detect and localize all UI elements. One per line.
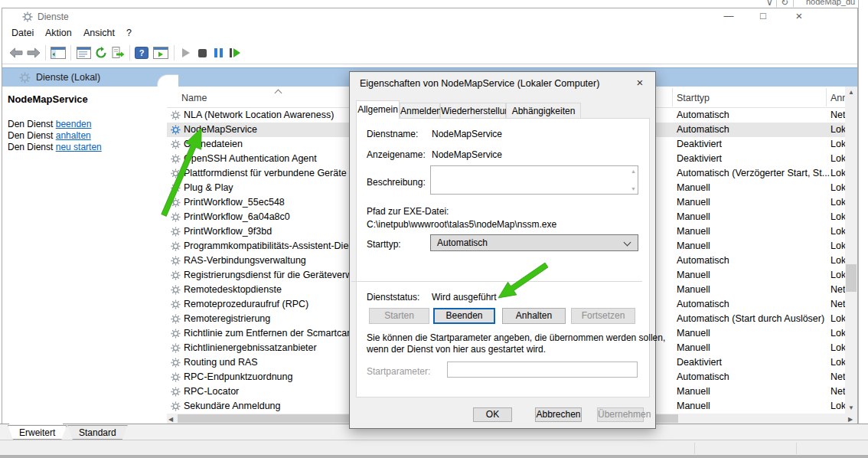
separator [351,281,642,282]
scrollbar-corner[interactable]: ▶ [845,414,857,424]
ok-button[interactable]: OK [473,407,512,422]
service-gear-icon [171,241,181,251]
service-name: RPC-Locator [184,386,239,397]
menu-help[interactable]: ? [126,28,132,38]
taskpad-icon[interactable] [152,46,169,60]
service-gear-icon [171,212,181,222]
sort-ascending-icon [276,89,282,95]
stop-service-icon[interactable] [196,46,208,60]
column-divider[interactable] [672,88,673,106]
action-stop-line: Den Dienst beenden [8,119,91,129]
dialog-close-icon[interactable]: × [631,75,649,90]
service-gear-icon [171,358,181,368]
tab-wiederherstellung[interactable]: Wiederherstellung [440,103,506,119]
stop-service-link[interactable]: beenden [56,119,92,129]
tab-anmelden[interactable]: Anmelden [400,103,440,119]
help-icon[interactable]: ? [134,46,149,60]
service-anmelden: Loka [830,357,845,368]
pane-corner [157,74,178,87]
service-gear-icon [171,154,181,164]
pfad-label: Pfad zur EXE-Datei: [367,206,449,217]
spinner-up-icon[interactable]: ▲ [631,168,636,174]
column-header-name[interactable]: Name [181,93,207,103]
abbrechen-button[interactable]: Abbrechen [535,407,582,422]
service-starttyp: Automatisch (Start durch Auslöser) [677,313,824,324]
tab-erweitert[interactable]: Erweitert [8,425,67,440]
background-tab-title: nodeMap_du [806,0,855,6]
menu-ansicht[interactable]: Ansicht [83,28,115,38]
column-header-starttyp[interactable]: Starttyp [677,93,710,103]
service-anmelden: Loka [830,328,845,339]
restart-service-icon[interactable] [228,46,242,60]
pause-service-link[interactable]: anhalten [56,130,91,141]
service-gear-icon [171,227,181,237]
service-anmelden: Netz [830,110,845,120]
scrollbar-thumb[interactable] [846,264,857,292]
startparameter-input[interactable] [447,361,638,378]
start-service-icon[interactable] [180,46,192,60]
forward-icon[interactable] [26,46,41,60]
service-starttyp: Manuell [677,211,710,222]
beenden-button[interactable]: Beenden [433,308,495,324]
spinner-down-icon[interactable]: ▼ [631,186,636,191]
selected-service-title: NodeMapService [8,93,88,105]
show-console-tree-icon[interactable] [50,46,67,60]
service-gear-icon [171,183,181,193]
pause-service-icon[interactable] [212,46,224,60]
anhalten-button[interactable]: Anhalten [502,308,566,324]
chevron-down-icon: ∨ [766,0,773,8]
service-name: PrintWorkflow_9f3bd [184,226,272,237]
minimize-button[interactable]: — [715,8,742,25]
scroll-left-icon[interactable]: ◀ [168,416,173,423]
starten-button[interactable]: Starten [369,308,429,324]
scroll-up-icon[interactable]: ▲ [845,89,857,96]
service-starttyp: Manuell [677,342,710,353]
restart-service-link[interactable]: neu starten [56,142,102,152]
close-button[interactable]: × [785,8,813,25]
maximize-button[interactable]: □ [749,8,777,25]
service-anmelden: Loka [830,153,845,164]
uebernehmen-button[interactable]: Übernehmen [597,407,644,422]
beschreibung-input[interactable]: ▲ ▼ [430,165,638,195]
tab-standard[interactable]: Standard [67,425,128,440]
service-anmelden: Loka [830,313,845,324]
service-anmelden: Loka [830,168,845,178]
service-starttyp: Automatisch [677,124,729,135]
back-icon[interactable] [8,46,24,60]
vertical-scrollbar[interactable]: ▲ ▼ [845,87,857,414]
service-name: Remoteregistrierung [184,313,270,324]
scroll-down-icon[interactable]: ▼ [845,404,857,411]
tab-abhaengigkeiten[interactable]: Abhängigkeiten [506,103,581,119]
refresh-icon[interactable] [93,46,109,60]
menu-bar: Datei Aktion Ansicht ? [2,25,857,42]
starttyp-select[interactable]: Automatisch [430,234,638,251]
export-list-icon[interactable] [110,46,126,60]
scroll-right-icon[interactable]: ▶ [848,416,853,423]
service-starttyp: Automatisch [677,299,729,309]
left-pane: NodeMapService Den Dienst beenden Den Di… [2,87,166,424]
fortsetzen-button[interactable]: Fortsetzen [571,308,635,324]
dialog-title: Eigenschaften von NodeMapService (Lokale… [360,78,599,89]
service-gear-icon [171,139,181,149]
service-starttyp: Automatisch [677,255,729,266]
tab-allgemein[interactable]: Allgemein [356,100,400,119]
menu-datei[interactable]: Datei [11,28,34,38]
service-anmelden: Loka [830,401,845,411]
startparameter-hint-1: Sie können die Startparameter angeben, d… [367,332,665,343]
dienststatus-label: Dienststatus: [367,292,419,303]
service-name: NLA (Network Location Awareness) [184,110,334,120]
service-anmelden: Loka [830,211,845,222]
service-name: Plug & Play [184,182,233,193]
column-divider[interactable] [826,88,827,106]
properties-icon[interactable] [75,46,92,60]
service-starttyp: Manuell [677,240,710,251]
service-name: Sekundäre Anmeldung [184,401,280,411]
service-anmelden: Netz [830,299,845,309]
service-starttyp: Manuell [677,284,710,295]
background-window-sliver: ∨ ↻ nodeMap_du [0,0,868,8]
service-starttyp: Manuell [677,386,710,397]
properties-dialog: Eigenschaften von NodeMapService (Lokale… [349,71,656,429]
toolbar: ? [2,42,857,64]
menu-aktion[interactable]: Aktion [45,28,72,38]
service-starttyp: Automatisch (Verzögerter Start, St... [677,168,830,178]
